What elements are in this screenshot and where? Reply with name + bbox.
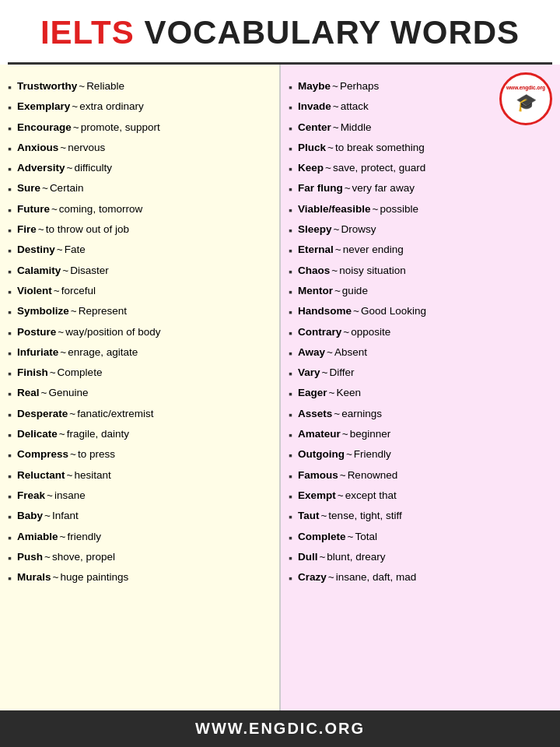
word-definition: coming, tomorrow: [59, 202, 142, 217]
list-item: Dull ~ blunt, dreary: [289, 549, 549, 566]
list-item: Assets ~ earnings: [289, 406, 549, 423]
list-item: Vary ~ Differ: [289, 365, 549, 381]
word-term: Invade: [298, 99, 331, 114]
list-item: Posture ~ way/position of body: [8, 324, 268, 341]
word-term: Symbolize: [17, 303, 69, 319]
list-item: Baby ~ Infant: [8, 508, 268, 524]
list-item: Handsome ~ Good Looking: [289, 303, 549, 320]
list-item: Trustworthy ~ Reliable: [8, 79, 268, 95]
list-item: Pluck ~ to break something: [289, 140, 549, 156]
tilde: ~: [73, 120, 79, 135]
tilde: ~: [60, 345, 66, 360]
tilde: ~: [67, 160, 73, 176]
tilde: ~: [57, 242, 63, 258]
word-definition: forceful: [61, 283, 96, 299]
list-item: Calamity ~ Disaster: [8, 263, 268, 279]
word-definition: Keen: [336, 385, 361, 401]
word-term: Amiable: [17, 529, 58, 545]
word-definition: friendly: [67, 529, 101, 545]
word-definition: fragile, dainty: [67, 426, 129, 442]
word-term: Push: [17, 549, 43, 565]
word-definition: shove, propel: [52, 549, 115, 565]
ielts-text: IELTS: [40, 14, 135, 51]
tilde: ~: [320, 508, 327, 524]
word-term: Adversity: [17, 160, 65, 176]
list-item: Sure ~ Certain: [8, 181, 268, 197]
word-term: Pluck: [298, 140, 326, 156]
tilde: ~: [340, 468, 346, 483]
engdic-logo: www.engdic.org 🎓: [499, 72, 552, 125]
list-item: Finish ~ Complete: [8, 365, 268, 381]
word-term: Exempt: [298, 488, 336, 503]
word-term: Center: [298, 120, 331, 135]
word-term: Delicate: [17, 426, 58, 442]
word-term: Complete: [298, 529, 346, 545]
word-definition: Certain: [50, 181, 84, 196]
page-header: IELTS VOCABULARY WORDS: [0, 0, 560, 62]
tilde: ~: [59, 426, 65, 442]
word-term: Chaos: [298, 263, 330, 279]
word-definition: insane: [54, 488, 86, 503]
word-term: Away: [298, 345, 325, 360]
word-definition: Absent: [334, 345, 367, 360]
list-item: Fire ~ to throw out of job: [8, 222, 268, 238]
tilde: ~: [343, 324, 349, 340]
graduation-icon: 🎓: [516, 93, 537, 113]
word-term: Sure: [17, 181, 40, 196]
list-item: Center ~ Middle: [289, 120, 549, 136]
word-term: Mentor: [298, 283, 333, 299]
tilde: ~: [58, 324, 64, 340]
word-definition: never ending: [343, 242, 404, 258]
word-definition: Genuine: [48, 385, 88, 401]
list-item: Murals ~ huge paintings: [8, 570, 268, 586]
list-item: Reluctant ~ hesitant: [8, 468, 268, 484]
word-definition: to break something: [335, 140, 425, 156]
word-definition: extra ordinary: [79, 99, 144, 114]
word-term: Eager: [298, 385, 327, 401]
tilde: ~: [44, 508, 51, 524]
tilde: ~: [327, 345, 333, 360]
word-definition: to throw out of job: [46, 222, 129, 237]
tilde: ~: [47, 488, 53, 503]
tilde: ~: [347, 529, 353, 545]
word-term: Crazy: [298, 570, 327, 585]
list-item: Anxious ~ nervous: [8, 140, 268, 156]
list-item: Compress ~ to press: [8, 447, 268, 463]
list-item: Push ~ shove, propel: [8, 549, 268, 566]
word-definition: Renowned: [348, 468, 398, 483]
list-item: Far flung ~ very far away: [289, 181, 549, 197]
word-definition: huge paintings: [60, 570, 128, 585]
word-term: Trustworthy: [17, 79, 77, 94]
list-item: Infuriate ~ enrage, agitate: [8, 345, 268, 361]
word-definition: insane, daft, mad: [336, 570, 417, 585]
word-term: Taut: [298, 508, 320, 524]
list-item: Crazy ~ insane, daft, mad: [289, 570, 549, 586]
list-item: Symbolize ~ Represent: [8, 303, 268, 320]
list-item: Chaos ~ noisy situation: [289, 263, 549, 279]
tilde: ~: [52, 570, 58, 585]
tilde: ~: [333, 99, 339, 114]
tilde: ~: [345, 181, 351, 196]
list-item: Away ~ Absent: [289, 345, 549, 361]
word-definition: very far away: [352, 181, 415, 196]
list-item: Eager ~ Keen: [289, 385, 549, 402]
tilde: ~: [69, 406, 75, 422]
word-term: Encourage: [17, 120, 72, 135]
tilde: ~: [373, 202, 379, 217]
list-item: Taut ~ tense, tight, stiff: [289, 508, 549, 524]
list-item: Keep ~ save, protect, guard: [289, 160, 549, 177]
tilde: ~: [70, 447, 76, 462]
word-definition: way/position of body: [65, 324, 160, 340]
word-definition: Friendly: [354, 447, 391, 462]
word-definition: blunt, dreary: [327, 549, 385, 565]
word-term: Baby: [17, 508, 43, 524]
list-item: Famous ~ Renowned: [289, 468, 549, 484]
content-area: Trustworthy ~ ReliableExemplary ~ extra …: [0, 65, 560, 710]
word-definition: noisy situation: [339, 263, 406, 279]
word-definition: guide: [342, 283, 368, 299]
word-term: Dull: [298, 549, 318, 565]
word-term: Desperate: [17, 406, 68, 422]
word-definition: Middle: [341, 120, 372, 135]
list-item: Mentor ~ guide: [289, 283, 549, 300]
tilde: ~: [338, 488, 344, 503]
